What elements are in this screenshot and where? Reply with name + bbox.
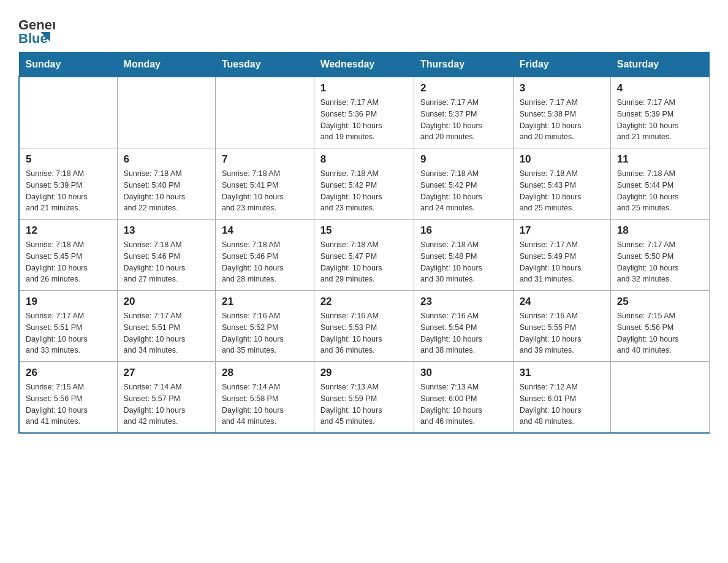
day-info: Sunrise: 7:17 AM Sunset: 5:37 PM Dayligh…	[420, 97, 507, 143]
calendar-cell: 24Sunrise: 7:16 AM Sunset: 5:55 PM Dayli…	[513, 291, 610, 362]
day-info: Sunrise: 7:18 AM Sunset: 5:42 PM Dayligh…	[320, 168, 408, 214]
day-info: Sunrise: 7:18 AM Sunset: 5:46 PM Dayligh…	[124, 239, 209, 285]
calendar-cell: 5Sunrise: 7:18 AM Sunset: 5:39 PM Daylig…	[19, 148, 117, 220]
day-header-saturday: Saturday	[610, 53, 709, 77]
calendar-cell: 23Sunrise: 7:16 AM Sunset: 5:54 PM Dayli…	[414, 291, 514, 362]
day-number: 14	[222, 224, 308, 237]
day-info: Sunrise: 7:18 AM Sunset: 5:44 PM Dayligh…	[617, 168, 703, 214]
week-row-4: 19Sunrise: 7:17 AM Sunset: 5:51 PM Dayli…	[19, 291, 710, 362]
calendar-cell	[610, 362, 709, 434]
calendar-cell: 6Sunrise: 7:18 AM Sunset: 5:40 PM Daylig…	[117, 148, 215, 220]
day-info: Sunrise: 7:12 AM Sunset: 6:01 PM Dayligh…	[520, 381, 604, 427]
logo-icon: General Blue	[18, 12, 55, 46]
calendar-cell: 10Sunrise: 7:18 AM Sunset: 5:43 PM Dayli…	[513, 148, 610, 220]
day-header-thursday: Thursday	[414, 53, 514, 77]
day-number: 25	[617, 296, 703, 308]
day-number: 29	[320, 367, 408, 379]
calendar-cell: 14Sunrise: 7:18 AM Sunset: 5:46 PM Dayli…	[215, 220, 314, 291]
day-header-monday: Monday	[117, 53, 215, 77]
day-header-sunday: Sunday	[19, 53, 117, 77]
calendar-cell: 18Sunrise: 7:17 AM Sunset: 5:50 PM Dayli…	[610, 220, 709, 291]
day-info: Sunrise: 7:17 AM Sunset: 5:49 PM Dayligh…	[520, 239, 604, 285]
day-number: 28	[222, 367, 308, 379]
calendar-cell	[117, 77, 215, 148]
calendar-cell: 2Sunrise: 7:17 AM Sunset: 5:37 PM Daylig…	[414, 77, 514, 148]
day-number: 22	[320, 296, 408, 308]
calendar-cell: 11Sunrise: 7:18 AM Sunset: 5:44 PM Dayli…	[610, 148, 709, 220]
week-row-1: 1Sunrise: 7:17 AM Sunset: 5:36 PM Daylig…	[19, 77, 710, 148]
calendar-cell: 13Sunrise: 7:18 AM Sunset: 5:46 PM Dayli…	[117, 220, 215, 291]
calendar-cell: 1Sunrise: 7:17 AM Sunset: 5:36 PM Daylig…	[314, 77, 414, 148]
day-info: Sunrise: 7:18 AM Sunset: 5:40 PM Dayligh…	[124, 168, 209, 214]
day-number: 1	[320, 82, 408, 94]
calendar-cell	[19, 77, 117, 148]
calendar-cell: 16Sunrise: 7:18 AM Sunset: 5:48 PM Dayli…	[414, 220, 514, 291]
logo: General Blue	[18, 12, 55, 46]
calendar-table: SundayMondayTuesdayWednesdayThursdayFrid…	[18, 52, 710, 434]
day-number: 19	[26, 296, 111, 308]
calendar-cell: 30Sunrise: 7:13 AM Sunset: 6:00 PM Dayli…	[414, 362, 514, 434]
calendar-cell	[215, 77, 314, 148]
day-number: 18	[617, 224, 703, 237]
calendar-cell: 20Sunrise: 7:17 AM Sunset: 5:51 PM Dayli…	[117, 291, 215, 362]
day-number: 24	[520, 296, 604, 308]
day-info: Sunrise: 7:17 AM Sunset: 5:50 PM Dayligh…	[617, 239, 703, 285]
day-info: Sunrise: 7:15 AM Sunset: 5:56 PM Dayligh…	[26, 381, 111, 427]
calendar-cell: 8Sunrise: 7:18 AM Sunset: 5:42 PM Daylig…	[314, 148, 414, 220]
day-number: 23	[420, 296, 507, 308]
calendar-cell: 21Sunrise: 7:16 AM Sunset: 5:52 PM Dayli…	[215, 291, 314, 362]
calendar-cell: 25Sunrise: 7:15 AM Sunset: 5:56 PM Dayli…	[610, 291, 709, 362]
calendar-cell: 31Sunrise: 7:12 AM Sunset: 6:01 PM Dayli…	[513, 362, 610, 434]
day-info: Sunrise: 7:16 AM Sunset: 5:54 PM Dayligh…	[420, 310, 507, 356]
day-number: 13	[124, 224, 209, 237]
days-of-week-row: SundayMondayTuesdayWednesdayThursdayFrid…	[19, 53, 710, 77]
day-info: Sunrise: 7:13 AM Sunset: 5:59 PM Dayligh…	[320, 381, 408, 427]
calendar-cell: 17Sunrise: 7:17 AM Sunset: 5:49 PM Dayli…	[513, 220, 610, 291]
day-number: 5	[26, 153, 111, 166]
day-number: 15	[320, 224, 408, 237]
day-info: Sunrise: 7:17 AM Sunset: 5:38 PM Dayligh…	[520, 97, 604, 143]
week-row-2: 5Sunrise: 7:18 AM Sunset: 5:39 PM Daylig…	[19, 148, 710, 220]
day-info: Sunrise: 7:16 AM Sunset: 5:55 PM Dayligh…	[520, 310, 604, 356]
day-number: 20	[124, 296, 209, 308]
day-header-wednesday: Wednesday	[314, 53, 414, 77]
calendar-cell: 4Sunrise: 7:17 AM Sunset: 5:39 PM Daylig…	[610, 77, 709, 148]
day-number: 11	[617, 153, 703, 166]
day-info: Sunrise: 7:18 AM Sunset: 5:45 PM Dayligh…	[26, 239, 111, 285]
day-info: Sunrise: 7:14 AM Sunset: 5:58 PM Dayligh…	[222, 381, 308, 427]
day-info: Sunrise: 7:18 AM Sunset: 5:43 PM Dayligh…	[520, 168, 604, 214]
day-number: 21	[222, 296, 308, 308]
day-info: Sunrise: 7:17 AM Sunset: 5:39 PM Dayligh…	[617, 97, 703, 143]
day-number: 10	[520, 153, 604, 166]
calendar-cell: 3Sunrise: 7:17 AM Sunset: 5:38 PM Daylig…	[513, 77, 610, 148]
day-number: 7	[222, 153, 308, 166]
day-number: 17	[520, 224, 604, 237]
day-info: Sunrise: 7:18 AM Sunset: 5:48 PM Dayligh…	[420, 239, 507, 285]
day-number: 8	[320, 153, 408, 166]
day-info: Sunrise: 7:18 AM Sunset: 5:46 PM Dayligh…	[222, 239, 308, 285]
day-header-friday: Friday	[513, 53, 610, 77]
calendar-cell: 12Sunrise: 7:18 AM Sunset: 5:45 PM Dayli…	[19, 220, 117, 291]
calendar-body: 1Sunrise: 7:17 AM Sunset: 5:36 PM Daylig…	[19, 77, 710, 433]
calendar-cell: 27Sunrise: 7:14 AM Sunset: 5:57 PM Dayli…	[117, 362, 215, 434]
day-info: Sunrise: 7:18 AM Sunset: 5:41 PM Dayligh…	[222, 168, 308, 214]
day-info: Sunrise: 7:14 AM Sunset: 5:57 PM Dayligh…	[124, 381, 209, 427]
day-number: 12	[26, 224, 111, 237]
calendar-cell: 28Sunrise: 7:14 AM Sunset: 5:58 PM Dayli…	[215, 362, 314, 434]
calendar-cell: 7Sunrise: 7:18 AM Sunset: 5:41 PM Daylig…	[215, 148, 314, 220]
day-number: 6	[124, 153, 209, 166]
day-number: 26	[26, 367, 111, 379]
calendar-cell: 29Sunrise: 7:13 AM Sunset: 5:59 PM Dayli…	[314, 362, 414, 434]
day-number: 4	[617, 82, 703, 94]
svg-text:Blue: Blue	[18, 31, 48, 46]
calendar-header: SundayMondayTuesdayWednesdayThursdayFrid…	[19, 53, 710, 77]
day-info: Sunrise: 7:13 AM Sunset: 6:00 PM Dayligh…	[420, 381, 507, 427]
day-info: Sunrise: 7:16 AM Sunset: 5:52 PM Dayligh…	[222, 310, 308, 356]
day-info: Sunrise: 7:17 AM Sunset: 5:36 PM Dayligh…	[320, 97, 408, 143]
day-number: 31	[520, 367, 604, 379]
day-number: 16	[420, 224, 507, 237]
day-number: 2	[420, 82, 507, 94]
page-header: General Blue	[18, 12, 710, 46]
day-info: Sunrise: 7:18 AM Sunset: 5:47 PM Dayligh…	[320, 239, 408, 285]
day-info: Sunrise: 7:17 AM Sunset: 5:51 PM Dayligh…	[26, 310, 111, 356]
